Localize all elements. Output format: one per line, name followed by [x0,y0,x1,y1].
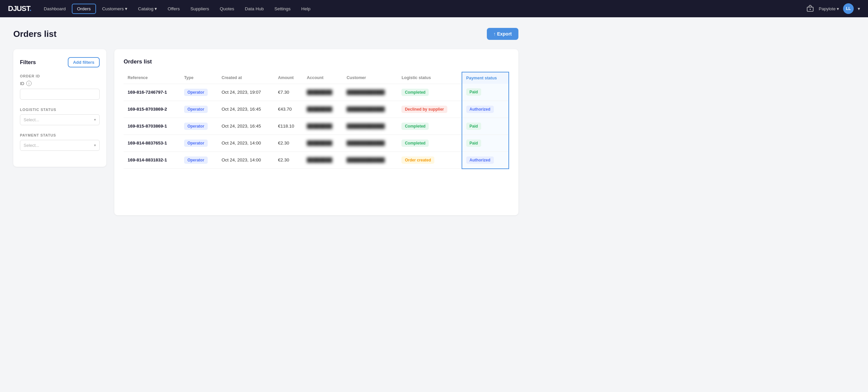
sidebar-header: Filters Add filters [20,57,100,67]
cell-account: ████████ [303,118,343,135]
payment-status-select[interactable]: Select... ▾ [20,140,100,151]
sidebar-filters: Filters Add filters ORDER ID ID i LOGIST… [13,49,106,167]
col-logistic-status: Logistic status [398,72,462,84]
cell-account: ████████ [303,135,343,152]
customer-value: ████████████ [347,107,385,111]
cell-logistic-status: Completed [398,118,462,135]
order-reference-link[interactable]: 169-815-8703869-1 [128,124,167,129]
nav-item-suppliers[interactable]: Suppliers [186,4,214,13]
nav-item-customers[interactable]: Customers ▾ [97,4,132,13]
cell-account: ████████ [303,101,343,118]
col-created-at: Created at [218,72,274,84]
logistic-status-badge: Completed [401,139,429,147]
logistic-status-badge: Completed [401,89,429,96]
brand-dot: . [30,4,31,12]
cell-reference: 169-814-8831832-1 [124,152,180,169]
account-value: ████████ [307,140,332,145]
table-header-row: Reference Type Created at Amount Account… [124,72,509,84]
order-reference-link[interactable]: 169-816-7246797-1 [128,90,167,95]
cell-type: Operator [180,152,218,169]
nav-item-dashboard[interactable]: Dashboard [39,4,70,13]
type-badge: Operator [184,139,208,147]
customer-value: ████████████ [347,140,385,145]
nav-item-catalog[interactable]: Catalog ▾ [133,4,161,13]
payment-status-badge: Paid [466,88,481,96]
cell-customer: ████████████ [343,84,398,101]
page-container: Orders list ↑ Export Filters Add filters… [0,17,532,226]
payment-status-badge: Paid [466,123,481,130]
user-chevron-icon[interactable]: ▾ [858,6,860,11]
add-filters-button[interactable]: Add filters [68,57,100,67]
type-badge: Operator [184,157,208,164]
nav-item-quotes[interactable]: Quotes [215,4,239,13]
filter-logistic-status-section: LOGISTIC STATUS Select... ▾ [20,108,100,125]
table-row: 169-814-8837653-1 Operator Oct 24, 2023,… [124,135,509,152]
cell-created-at: Oct 24, 2023, 16:45 [218,101,274,118]
cell-created-at: Oct 24, 2023, 19:07 [218,84,274,101]
cell-amount: €2.30 [274,152,303,169]
payment-status-badge: Paid [466,139,481,147]
cell-amount: €2.30 [274,135,303,152]
order-reference-link[interactable]: 169-814-8837653-1 [128,140,167,145]
cell-amount: €118.10 [274,118,303,135]
cell-account: ████████ [303,84,343,101]
payment-status-label: PAYMENT STATUS [20,133,100,137]
cell-payment-status: Authorized [462,101,509,118]
nav-item-datahub[interactable]: Data Hub [240,4,269,13]
brand-logo[interactable]: DJUST. [8,4,31,13]
order-id-input[interactable] [20,89,100,100]
order-id-label: ORDER ID [20,74,100,78]
col-payment-status: Payment status [462,72,509,84]
logistic-status-badge: Declined by supplier [401,106,447,113]
export-button[interactable]: ↑ Export [487,28,518,40]
nav-item-offers[interactable]: Offers [163,4,184,13]
col-reference: Reference [124,72,180,84]
nav-item-orders[interactable]: Orders [72,4,96,14]
filter-payment-status-section: PAYMENT STATUS Select... ▾ [20,133,100,151]
col-amount: Amount [274,72,303,84]
cell-type: Operator [180,84,218,101]
nav-item-help[interactable]: Help [297,4,315,13]
col-customer: Customer [343,72,398,84]
cell-created-at: Oct 24, 2023, 14:00 [218,135,274,152]
nav-item-settings[interactable]: Settings [270,4,296,13]
order-reference-link[interactable]: 169-815-8703869-2 [128,107,167,111]
logistic-status-label: LOGISTIC STATUS [20,108,100,111]
order-reference-link[interactable]: 169-814-8831832-1 [128,158,167,162]
customer-value: ████████████ [347,158,385,162]
cell-created-at: Oct 24, 2023, 16:45 [218,118,274,135]
page-title: Orders list [13,29,57,39]
cell-logistic-status: Completed [398,135,462,152]
cell-amount: €43.70 [274,101,303,118]
cell-reference: 169-815-8703869-1 [124,118,180,135]
page-header: Orders list ↑ Export [13,28,518,40]
payment-status-placeholder: Select... [24,143,39,148]
logistic-status-select[interactable]: Select... ▾ [20,114,100,125]
cell-type: Operator [180,118,218,135]
store-icon [806,4,815,13]
id-field-label: ID i [20,81,100,86]
navbar: DJUST. Dashboard Orders Customers ▾ Cata… [0,0,868,17]
cell-logistic-status: Order created [398,152,462,169]
account-value: ████████ [307,158,332,162]
nav-right: Papylote ▾ LL ▾ [806,3,860,14]
store-selector[interactable]: Papylote ▾ [819,6,839,11]
account-value: ████████ [307,107,332,111]
user-avatar[interactable]: LL [843,3,854,14]
cell-created-at: Oct 24, 2023, 14:00 [218,152,274,169]
logistic-status-badge: Order created [401,157,434,164]
type-badge: Operator [184,106,208,113]
cell-reference: 169-815-8703869-2 [124,101,180,118]
table-title: Orders list [124,59,509,65]
cell-amount: €7.30 [274,84,303,101]
id-info-icon[interactable]: i [26,81,32,86]
account-value: ████████ [307,90,332,95]
cell-logistic-status: Completed [398,84,462,101]
filters-title: Filters [20,60,36,65]
customer-value: ████████████ [347,124,385,129]
logistic-chevron-icon: ▾ [94,118,96,122]
type-badge: Operator [184,89,208,96]
payment-status-badge: Authorized [466,106,494,113]
orders-table-area: Orders list Reference Type Created at Am… [114,49,518,215]
table-row: 169-815-8703869-1 Operator Oct 24, 2023,… [124,118,509,135]
